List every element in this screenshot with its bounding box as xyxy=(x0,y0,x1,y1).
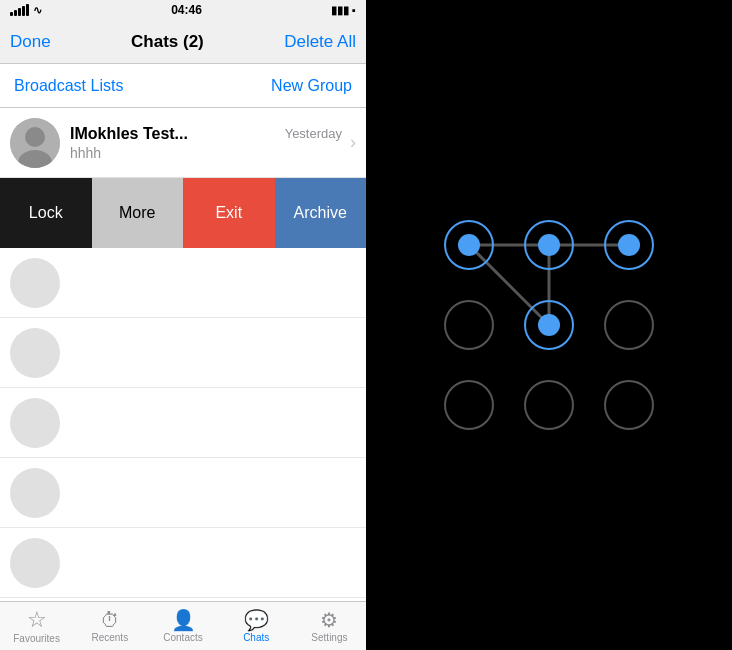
dot-2-2[interactable] xyxy=(589,365,669,445)
tab-favourites[interactable]: ☆ Favourites xyxy=(0,602,73,650)
sub-nav: Broadcast Lists New Group xyxy=(0,64,366,108)
new-group-button[interactable]: New Group xyxy=(271,77,352,95)
left-panel: ∿ 04:46 ▮▮▮ ▪ Done Chats (2) Delete All … xyxy=(0,0,366,650)
empty-chat-item-5 xyxy=(0,528,366,598)
avatar-silhouette-icon xyxy=(10,118,60,168)
tab-chats[interactable]: 💬 Chats xyxy=(220,602,293,650)
dot-0-1[interactable] xyxy=(509,205,589,285)
contacts-icon: 👤 xyxy=(171,610,196,630)
chat-message: hhhh xyxy=(70,145,342,161)
empty-chat-item-3 xyxy=(0,388,366,458)
dot-1-1[interactable] xyxy=(509,285,589,365)
dot-1-2[interactable] xyxy=(589,285,669,365)
status-right: ▮▮▮ ▪ xyxy=(331,4,356,17)
chevron-right-icon: › xyxy=(350,132,356,153)
done-button[interactable]: Done xyxy=(10,32,51,52)
dot-0-2[interactable] xyxy=(589,205,669,285)
pattern-grid[interactable] xyxy=(429,205,669,445)
status-left: ∿ xyxy=(10,4,42,17)
tab-recents[interactable]: ⏱ Recents xyxy=(73,602,146,650)
chat-name-row: IMokhles Test... Yesterday xyxy=(70,125,342,143)
empty-avatar-1 xyxy=(10,258,60,308)
dot-2-1[interactable] xyxy=(509,365,589,445)
battery-icon: ▮▮▮ ▪ xyxy=(331,4,356,17)
chat-list: IMokhles Test... Yesterday hhhh › Lock M… xyxy=(0,108,366,601)
exit-button[interactable]: Exit xyxy=(183,178,275,248)
broadcast-lists-button[interactable]: Broadcast Lists xyxy=(14,77,123,95)
empty-chat-item-4 xyxy=(0,458,366,528)
dot-2-0[interactable] xyxy=(429,365,509,445)
chat-item[interactable]: IMokhles Test... Yesterday hhhh › xyxy=(0,108,366,178)
chat-time: Yesterday xyxy=(285,126,342,141)
settings-icon: ⚙ xyxy=(320,610,338,630)
status-bar: ∿ 04:46 ▮▮▮ ▪ xyxy=(0,0,366,20)
chat-content: IMokhles Test... Yesterday hhhh xyxy=(70,125,342,161)
recents-icon: ⏱ xyxy=(100,610,120,630)
lock-button[interactable]: Lock xyxy=(0,178,92,248)
tab-favourites-label: Favourites xyxy=(13,633,60,644)
more-button[interactable]: More xyxy=(92,178,184,248)
tab-contacts-label: Contacts xyxy=(163,632,202,643)
avatar xyxy=(10,118,60,168)
chats-icon: 💬 xyxy=(244,610,269,630)
tab-settings-label: Settings xyxy=(311,632,347,643)
empty-chat-item-2 xyxy=(0,318,366,388)
tab-recents-label: Recents xyxy=(91,632,128,643)
empty-chat-item-1 xyxy=(0,248,366,318)
empty-avatar-2 xyxy=(10,328,60,378)
swipe-actions: Lock More Exit Archive xyxy=(0,178,366,248)
delete-all-button[interactable]: Delete All xyxy=(284,32,356,52)
dots-grid xyxy=(429,205,669,445)
wifi-icon: ∿ xyxy=(33,4,42,17)
dot-0-0[interactable] xyxy=(429,205,509,285)
tab-settings[interactable]: ⚙ Settings xyxy=(293,602,366,650)
dot-1-0[interactable] xyxy=(429,285,509,365)
nav-bar: Done Chats (2) Delete All xyxy=(0,20,366,64)
status-time: 04:46 xyxy=(171,3,202,17)
svg-point-1 xyxy=(25,127,45,147)
signal-icon xyxy=(10,4,29,16)
tab-bar: ☆ Favourites ⏱ Recents 👤 Contacts 💬 Chat… xyxy=(0,601,366,650)
empty-avatar-3 xyxy=(10,398,60,448)
archive-button[interactable]: Archive xyxy=(275,178,367,248)
empty-avatar-5 xyxy=(10,538,60,588)
tab-chats-label: Chats xyxy=(243,632,269,643)
tab-contacts[interactable]: 👤 Contacts xyxy=(146,602,219,650)
empty-avatar-4 xyxy=(10,468,60,518)
right-panel xyxy=(366,0,732,650)
favourites-icon: ☆ xyxy=(27,609,47,631)
chat-name: IMokhles Test... xyxy=(70,125,188,143)
nav-title: Chats (2) xyxy=(131,32,204,52)
